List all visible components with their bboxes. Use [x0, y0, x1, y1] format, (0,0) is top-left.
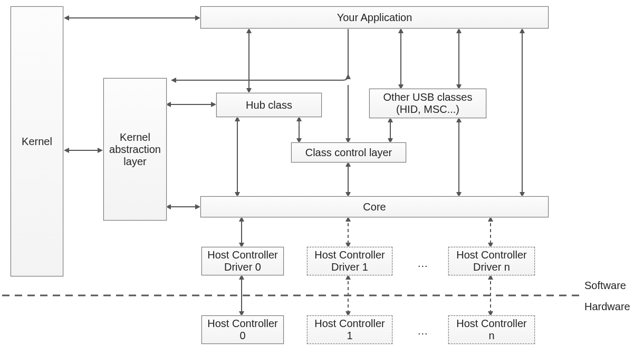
host-controller-0-box: Host Controller 0: [201, 315, 284, 344]
kernel-abstraction-layer-box: Kernel abstraction layer: [103, 78, 167, 221]
connectors-svg: [0, 0, 634, 364]
host-controller-driver-1-box: Host Controller Driver 1: [307, 247, 392, 275]
core-box: Core: [200, 196, 549, 217]
host-controller-1-box: Host Controller 1: [307, 315, 392, 344]
application-box: Your Application: [200, 6, 549, 28]
drivers-ellipsis: ...: [418, 257, 428, 270]
other-usb-classes-box: Other USB classes (HID, MSC...): [369, 89, 486, 118]
host-controller-driver-0-box: Host Controller Driver 0: [201, 247, 284, 275]
host-controller-driver-n-box: Host Controller Driver n: [448, 247, 535, 275]
software-label: Software: [584, 280, 626, 292]
hub-class-box: Hub class: [216, 93, 322, 117]
hardware-label: Hardware: [584, 301, 630, 313]
kernel-box: Kernel: [11, 6, 63, 276]
class-control-layer-box: Class control layer: [291, 142, 406, 162]
controllers-ellipsis: ...: [418, 325, 428, 337]
diagram-root: { "boxes": { "kernel": "Kernel", "kal": …: [0, 0, 634, 364]
host-controller-n-box: Host Controller n: [448, 315, 535, 344]
